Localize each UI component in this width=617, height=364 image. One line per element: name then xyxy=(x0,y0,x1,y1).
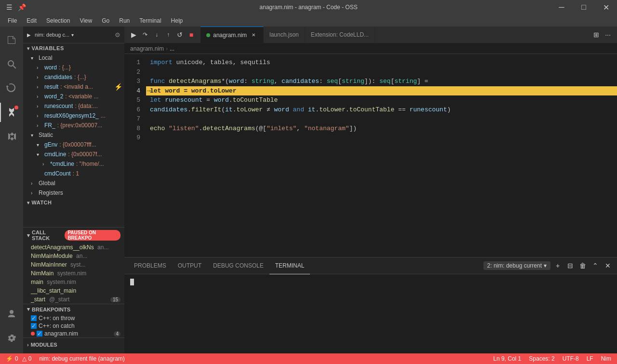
maximize-panel-button[interactable]: ⌃ xyxy=(590,260,601,271)
breadcrumb-file[interactable]: anagram.nim xyxy=(130,45,164,52)
menu-help[interactable]: Help xyxy=(167,16,187,25)
step-over-button[interactable]: ↷ xyxy=(140,29,150,40)
var-runescount[interactable]: › runescount : {data:... xyxy=(23,101,124,111)
var-cmdCount[interactable]: › cmdCount : 1 xyxy=(23,169,124,178)
var-word-label: word xyxy=(44,63,57,72)
menu-run[interactable]: Run xyxy=(115,16,134,25)
var-candidates[interactable]: › candidates : {...} xyxy=(23,72,124,82)
callstack-badge-6: 15 xyxy=(110,297,121,302)
callstack-item-6[interactable]: _start @_start 15 xyxy=(23,295,124,304)
tab-launch-json[interactable]: launch.json xyxy=(264,27,305,43)
activity-explorer[interactable] xyxy=(0,28,23,52)
modules-header[interactable]: › MODULES xyxy=(23,340,124,350)
terminal-content[interactable] xyxy=(124,274,617,353)
callstack-item-5[interactable]: __libc_start_main xyxy=(23,286,124,295)
debug-config-dropdown[interactable]: ▾ xyxy=(71,32,74,38)
callstack-item-3[interactable]: NimMain system.nim xyxy=(23,269,124,278)
step-out-button[interactable]: ↑ xyxy=(163,29,174,40)
terminal-dropdown[interactable]: 2: nim: debug current ▾ xyxy=(483,261,550,270)
activity-search[interactable] xyxy=(0,53,23,76)
tab-anagram-close[interactable]: ✕ xyxy=(250,31,257,39)
status-line-ending[interactable]: LF xyxy=(585,355,595,362)
bp-catch-checkbox[interactable]: ✓ xyxy=(31,323,37,329)
error-icon: ⚡ xyxy=(6,355,13,362)
watch-section-header[interactable]: ▾ WATCH xyxy=(23,198,124,207)
maximize-button[interactable]: □ xyxy=(573,0,595,14)
bp-cpp-throw[interactable]: ✓ C++: on throw xyxy=(23,314,124,322)
code-content[interactable]: import unicode, tables, sequtils func de… xyxy=(146,54,617,257)
menu-file[interactable]: File xyxy=(4,16,21,25)
callstack-item-1[interactable]: NimMainModule an... xyxy=(23,252,124,260)
code-editor[interactable]: 1 2 3 4 5 6 7 8 9 import unicode, tables… xyxy=(124,54,617,257)
status-encoding[interactable]: UTF-8 xyxy=(561,355,581,362)
tab-actions: ⊞ ··· xyxy=(591,27,617,43)
split-terminal-button[interactable]: ⊟ xyxy=(565,260,576,271)
registers-group[interactable]: › Registers xyxy=(23,188,124,198)
bp-anagram[interactable]: ✓ anagram.nim 4 xyxy=(23,330,124,337)
tab-output[interactable]: OUTPUT xyxy=(172,257,207,274)
menu-selection[interactable]: Selection xyxy=(42,16,74,25)
tab-anagram-nim[interactable]: anagram.nim ✕ xyxy=(201,27,264,43)
callstack-header[interactable]: ▾ CALL STACK PAUSED ON BREAKPO xyxy=(23,228,124,243)
kill-terminal-button[interactable]: 🗑 xyxy=(577,260,588,271)
breakpoints-header[interactable]: ▾ BREAKPOINTS xyxy=(23,304,124,314)
stop-button[interactable]: ■ xyxy=(186,29,197,40)
var-word2[interactable]: › word_2 : <variable ... xyxy=(23,92,124,101)
activity-accounts[interactable] xyxy=(0,302,23,325)
status-debug-session[interactable]: nim: debug current file (anagram) xyxy=(37,355,126,362)
add-terminal-button[interactable]: + xyxy=(552,260,563,271)
minimize-button[interactable]: ─ xyxy=(550,0,573,14)
variables-section-header[interactable]: ▾ VARIABLES xyxy=(23,43,124,53)
static-group[interactable]: ▾ Static xyxy=(23,130,124,140)
callstack-item-0[interactable]: detectAnagrams__olkNs an... xyxy=(23,243,124,252)
tab-problems[interactable]: PROBLEMS xyxy=(128,257,172,274)
menu-terminal[interactable]: Terminal xyxy=(135,16,165,25)
status-language[interactable]: Nim xyxy=(599,355,613,362)
menu-go[interactable]: Go xyxy=(98,16,113,25)
close-button[interactable]: ✕ xyxy=(595,0,617,14)
warning-count: 0 xyxy=(28,355,32,362)
status-cursor-position[interactable]: Ln 9, Col 1 xyxy=(491,355,523,362)
var-cmdLine-label: cmdLine xyxy=(44,150,66,159)
debug-toolbar: ▶ nim: debug c... ▾ ⚙ xyxy=(23,27,124,43)
var-gEnv[interactable]: ▾ gEnv : {0x00007fff... xyxy=(23,140,124,149)
global-group[interactable]: › Global xyxy=(23,178,124,188)
bp-throw-checkbox[interactable]: ✓ xyxy=(31,315,37,321)
var-result[interactable]: › result : <invalid a... ⚡ xyxy=(23,82,124,92)
activity-settings[interactable] xyxy=(0,326,23,350)
menu-edit[interactable]: Edit xyxy=(23,16,40,25)
step-into-button[interactable]: ↓ xyxy=(151,29,162,40)
split-editor-icon[interactable]: ⊞ xyxy=(591,29,602,40)
menu-icon[interactable]: ☰ xyxy=(4,2,14,13)
callstack-item-2[interactable]: NimMainInner syst... xyxy=(23,260,124,269)
language-label: Nim xyxy=(601,355,611,362)
activity-bar xyxy=(0,27,23,353)
tab-debug-console[interactable]: DEBUG CONSOLE xyxy=(207,257,269,274)
status-spaces[interactable]: Spaces: 2 xyxy=(527,355,556,362)
bp-cpp-catch[interactable]: ✓ C++: on catch xyxy=(23,322,124,330)
callstack-item-4[interactable]: main system.nim xyxy=(23,278,124,286)
local-group[interactable]: ▾ Local xyxy=(23,53,124,63)
code-line-9 xyxy=(146,133,617,143)
var-word[interactable]: › word : {...} xyxy=(23,63,124,72)
var-FR[interactable]: › FR_ : {prev:0x00007... xyxy=(23,121,124,130)
continue-button[interactable]: ▶ xyxy=(128,29,139,40)
tab-terminal[interactable]: TERMINAL xyxy=(269,257,310,274)
tab-extension[interactable]: Extension: CodeLLD... xyxy=(305,27,375,43)
settings-gear-icon[interactable]: ⚙ xyxy=(115,31,121,39)
var-cmdLine-deref-value: : "/home/... xyxy=(76,160,104,168)
activity-run-debug[interactable] xyxy=(0,101,23,124)
var-cmdLine[interactable]: ▾ cmdLine : {0x00007f... xyxy=(23,149,124,159)
close-panel-button[interactable]: ✕ xyxy=(603,260,613,271)
bp-anagram-checkbox[interactable]: ✓ xyxy=(37,331,42,337)
activity-source-control[interactable] xyxy=(0,77,23,100)
status-errors[interactable]: ⚡ 0 △ 0 xyxy=(4,355,33,362)
menu-view[interactable]: View xyxy=(76,16,96,25)
more-actions-icon[interactable]: ··· xyxy=(603,29,613,40)
var-cmdLine-deref[interactable]: › *cmdLine : "/home/... xyxy=(23,159,124,169)
var-resultX60[interactable]: › resultX60gensym12_ ... xyxy=(23,111,124,121)
restart-button[interactable]: ↺ xyxy=(174,29,185,40)
breadcrumb-item[interactable]: ... xyxy=(170,45,174,52)
pin-icon[interactable]: 📌 xyxy=(16,2,27,13)
activity-extensions[interactable] xyxy=(0,125,23,148)
